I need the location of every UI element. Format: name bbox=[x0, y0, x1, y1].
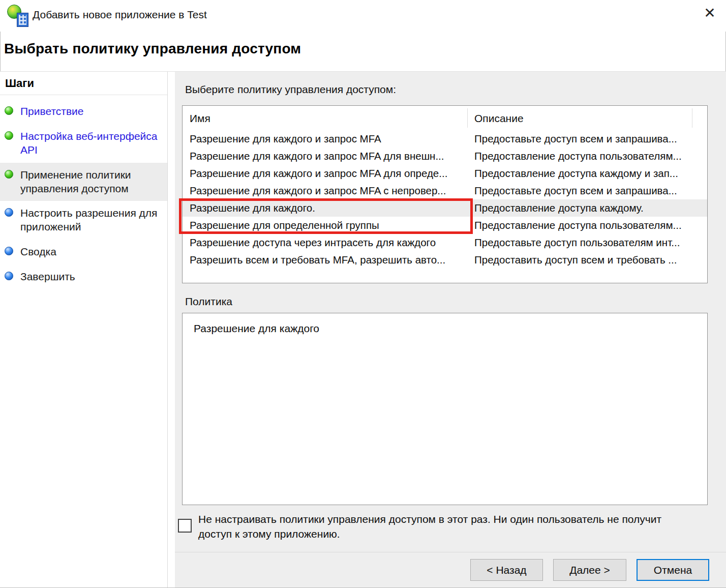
table-row[interactable]: Разрешение для каждого и запрос MFAПредо… bbox=[183, 130, 707, 148]
policy-description-cell: Предоставить доступ всем и требовать ... bbox=[467, 254, 707, 266]
building-icon bbox=[17, 13, 28, 27]
policy-description-cell: Предоставьте доступ пользователям инт... bbox=[467, 237, 707, 249]
table-row[interactable]: Разрешение для определенной группыПредос… bbox=[183, 217, 707, 234]
table-row[interactable]: Разрешение доступа через интрасеть для к… bbox=[183, 234, 707, 251]
table-body: Разрешение для каждого и запрос MFAПредо… bbox=[183, 130, 707, 269]
step-completed-icon bbox=[5, 131, 13, 140]
column-divider bbox=[692, 108, 692, 128]
steps-list: ПриветствиеНастройка веб-интерфейса APIП… bbox=[0, 95, 167, 289]
title-bar: Добавить новое приложение в Test ✕ bbox=[0, 0, 726, 32]
policy-description-cell: Предоставление доступа пользователям... bbox=[467, 150, 707, 162]
policy-name-cell: Разрешение для определенной группы bbox=[183, 219, 467, 231]
step-pending-icon bbox=[5, 247, 13, 255]
sidebar-step-3: Применение политики управления доступом bbox=[0, 163, 167, 201]
next-button[interactable]: Далее > bbox=[553, 559, 626, 581]
step-completed-icon bbox=[5, 170, 13, 179]
step-label: Сводка bbox=[20, 246, 56, 257]
table-row[interactable]: Разрешение для каждого.Предоставление до… bbox=[183, 199, 707, 217]
table-row[interactable]: Разрешение для каждого и запрос MFA для … bbox=[183, 148, 707, 165]
step-label: Настроить разрешения для приложений bbox=[20, 207, 158, 232]
steps-sidebar: Шаги ПриветствиеНастройка веб-интерфейса… bbox=[0, 72, 168, 587]
policy-description-cell: Предоставление доступа каждому и зап... bbox=[467, 167, 707, 180]
sidebar-step-1[interactable]: Приветствие bbox=[0, 99, 167, 124]
step-pending-icon bbox=[5, 208, 13, 217]
select-policy-label: Выберите политику управления доступом: bbox=[185, 83, 396, 96]
steps-heading: Шаги bbox=[0, 72, 167, 95]
sidebar-step-6: Завершить bbox=[0, 264, 167, 289]
policy-description-cell: Предоставление доступа каждому. bbox=[467, 202, 707, 214]
policy-table: Имя Описание Разрешение для каждого и за… bbox=[182, 105, 708, 283]
column-header-description[interactable]: Описание bbox=[474, 112, 524, 125]
policy-name-cell: Разрешение для каждого. bbox=[183, 202, 467, 214]
policy-name-cell: Разрешить всем и требовать MFA, разрешит… bbox=[183, 254, 467, 266]
table-header: Имя Описание bbox=[183, 106, 707, 130]
step-pending-icon bbox=[5, 272, 13, 280]
wizard-window: Добавить новое приложение в Test ✕ Выбра… bbox=[0, 0, 726, 588]
page-title: Выбрать политику управления доступом bbox=[4, 41, 301, 57]
step-label[interactable]: Приветствие bbox=[20, 105, 83, 117]
main-panel: Выберите политику управления доступом: И… bbox=[175, 72, 726, 587]
policy-description-cell: Предоставьте доступ всем и запрашива... bbox=[467, 185, 707, 197]
policy-name-cell: Разрешение для каждого и запрос MFA bbox=[183, 133, 467, 145]
column-divider bbox=[467, 108, 468, 128]
close-icon[interactable]: ✕ bbox=[701, 4, 719, 22]
table-row[interactable]: Разрешение для каждого и запрос MFA с не… bbox=[183, 182, 707, 199]
back-button[interactable]: < Назад bbox=[470, 559, 543, 581]
policy-name-cell: Разрешение для каждого и запрос MFA с не… bbox=[183, 185, 467, 197]
table-row[interactable]: Разрешение для каждого и запрос MFA для … bbox=[183, 165, 707, 182]
policy-description-cell: Предоставьте доступ всем и запрашива... bbox=[467, 133, 707, 145]
step-label[interactable]: Настройка веб-интерфейса API bbox=[20, 130, 158, 156]
policy-name-cell: Разрешение доступа через интрасеть для к… bbox=[183, 237, 467, 249]
cancel-button[interactable]: Отмена bbox=[637, 559, 709, 581]
footer-divider bbox=[175, 552, 726, 552]
sidebar-step-4: Настроить разрешения для приложений bbox=[0, 201, 167, 240]
skip-policy-checkbox[interactable] bbox=[178, 519, 192, 533]
policy-name-cell: Разрешение для каждого и запрос MFA для … bbox=[183, 167, 467, 180]
policy-preview-value: Разрешение для каждого bbox=[194, 322, 319, 335]
table-row[interactable]: Разрешить всем и требовать MFA, разрешит… bbox=[183, 251, 707, 269]
sidebar-step-5: Сводка bbox=[0, 240, 167, 264]
policy-name-cell: Разрешение для каждого и запрос MFA для … bbox=[183, 150, 467, 162]
adfs-app-icon bbox=[7, 5, 29, 27]
policy-preview-box: Разрешение для каждого bbox=[182, 313, 708, 505]
window-title: Добавить новое приложение в Test bbox=[33, 9, 207, 21]
step-label: Завершить bbox=[20, 271, 75, 282]
step-completed-icon bbox=[5, 106, 13, 115]
skip-policy-label: Не настраивать политики управления досту… bbox=[198, 512, 687, 542]
sidebar-step-2[interactable]: Настройка веб-интерфейса API bbox=[0, 124, 167, 163]
policy-description-cell: Предоставление доступа пользователям... bbox=[467, 219, 707, 231]
policy-section-label: Политика bbox=[185, 296, 232, 308]
step-label: Применение политики управления доступом bbox=[20, 169, 131, 194]
column-header-name[interactable]: Имя bbox=[190, 112, 210, 125]
